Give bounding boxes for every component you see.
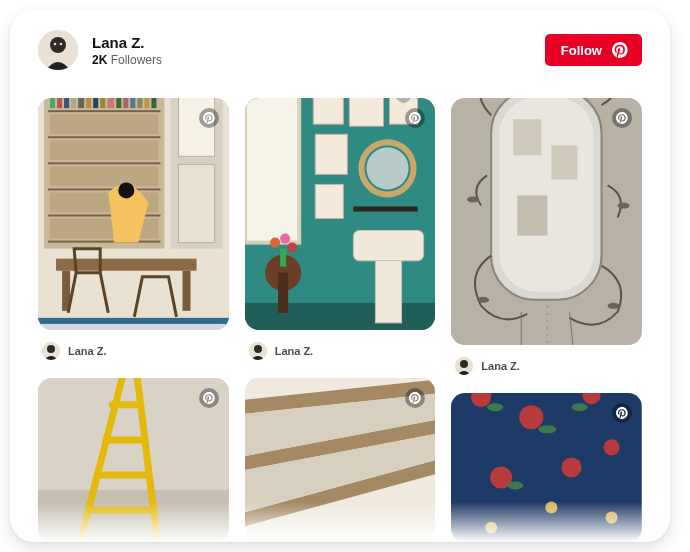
followers-count: 2K (92, 53, 107, 67)
profile-header: Lana Z. 2K Followers Follow (10, 10, 670, 70)
pin-card[interactable] (38, 98, 229, 330)
grid-column: Lana Z. (245, 98, 436, 542)
svg-rect-50 (313, 98, 343, 124)
svg-point-85 (477, 297, 489, 303)
svg-point-104 (606, 512, 618, 524)
svg-point-1 (50, 37, 66, 53)
svg-rect-9 (48, 162, 160, 164)
svg-point-99 (539, 425, 557, 433)
svg-point-97 (604, 439, 620, 455)
grid-column: Lana Z. (38, 98, 229, 542)
profile-info: Lana Z. 2K Followers (92, 34, 162, 67)
svg-rect-8 (48, 136, 160, 138)
svg-rect-77 (514, 119, 542, 155)
svg-rect-14 (57, 98, 62, 108)
pin-card[interactable] (245, 378, 436, 542)
profile-avatar[interactable] (38, 30, 78, 70)
svg-rect-18 (86, 98, 91, 108)
svg-point-93 (520, 405, 544, 429)
svg-rect-59 (375, 261, 401, 323)
svg-rect-20 (100, 98, 105, 108)
author-avatar (42, 342, 60, 360)
author-name: Lana Z. (68, 345, 107, 357)
svg-rect-53 (315, 134, 347, 174)
svg-rect-30 (50, 166, 158, 186)
author-avatar (455, 357, 473, 375)
pin-card[interactable] (38, 378, 229, 542)
svg-rect-12 (48, 241, 160, 243)
pinterest-icon (612, 42, 628, 58)
pin-card[interactable] (451, 98, 642, 345)
pinterest-badge-icon (199, 108, 219, 128)
svg-rect-57 (353, 206, 417, 211)
svg-point-2 (54, 43, 57, 46)
svg-point-43 (47, 345, 55, 353)
svg-rect-28 (50, 114, 158, 134)
pin-card[interactable] (245, 98, 436, 330)
svg-rect-29 (50, 140, 158, 160)
svg-rect-26 (144, 98, 149, 108)
svg-point-67 (254, 345, 262, 353)
svg-rect-65 (280, 249, 286, 267)
svg-rect-35 (178, 164, 214, 242)
pinterest-badge-icon (612, 403, 632, 423)
svg-rect-23 (123, 98, 128, 108)
svg-rect-58 (353, 231, 423, 261)
svg-point-62 (270, 238, 280, 248)
svg-rect-54 (315, 184, 343, 218)
svg-rect-79 (518, 195, 548, 235)
svg-rect-13 (50, 98, 55, 108)
svg-rect-10 (48, 188, 160, 190)
svg-point-96 (562, 458, 582, 478)
pinterest-badge-icon (199, 388, 219, 408)
pin-card[interactable] (451, 393, 642, 542)
svg-rect-38 (183, 271, 191, 311)
svg-point-103 (485, 522, 497, 534)
svg-rect-78 (552, 145, 578, 179)
svg-point-100 (572, 403, 588, 411)
svg-point-86 (608, 303, 620, 309)
svg-point-101 (508, 482, 524, 490)
svg-point-3 (60, 43, 63, 46)
svg-point-84 (618, 202, 630, 208)
svg-point-56 (366, 147, 408, 189)
svg-rect-16 (71, 98, 76, 108)
svg-rect-19 (93, 98, 98, 108)
pin-attribution[interactable]: Lana Z. (38, 340, 229, 368)
pinterest-badge-icon (612, 108, 632, 128)
profile-name[interactable]: Lana Z. (92, 34, 162, 51)
svg-point-90 (460, 360, 468, 368)
follow-button[interactable]: Follow (545, 34, 642, 66)
svg-rect-7 (48, 110, 160, 112)
svg-point-98 (487, 403, 503, 411)
follow-button-label: Follow (561, 43, 602, 58)
author-name: Lana Z. (275, 345, 314, 357)
profile-card: Lana Z. 2K Followers Follow (10, 10, 670, 542)
svg-point-102 (546, 502, 558, 514)
svg-rect-25 (137, 98, 142, 108)
followers-label: Followers (111, 53, 162, 67)
grid-column: Lana Z. (451, 98, 642, 542)
pin-grid: Lana Z. (10, 70, 670, 542)
svg-point-63 (280, 234, 290, 244)
author-name: Lana Z. (481, 360, 520, 372)
svg-rect-22 (116, 98, 121, 108)
author-avatar (249, 342, 267, 360)
svg-rect-15 (64, 98, 69, 108)
svg-rect-24 (130, 98, 135, 108)
svg-rect-47 (245, 303, 436, 330)
svg-rect-17 (78, 98, 84, 108)
svg-point-64 (287, 243, 297, 253)
svg-rect-45 (38, 490, 229, 542)
svg-rect-61 (278, 273, 288, 313)
svg-rect-21 (107, 98, 114, 108)
pin-attribution[interactable]: Lana Z. (245, 340, 436, 368)
pin-attribution[interactable]: Lana Z. (451, 355, 642, 383)
svg-rect-27 (151, 98, 156, 108)
svg-point-41 (118, 182, 134, 198)
svg-rect-51 (349, 98, 383, 126)
svg-rect-48 (245, 98, 299, 243)
followers-line: 2K Followers (92, 53, 162, 67)
svg-point-83 (467, 196, 479, 202)
